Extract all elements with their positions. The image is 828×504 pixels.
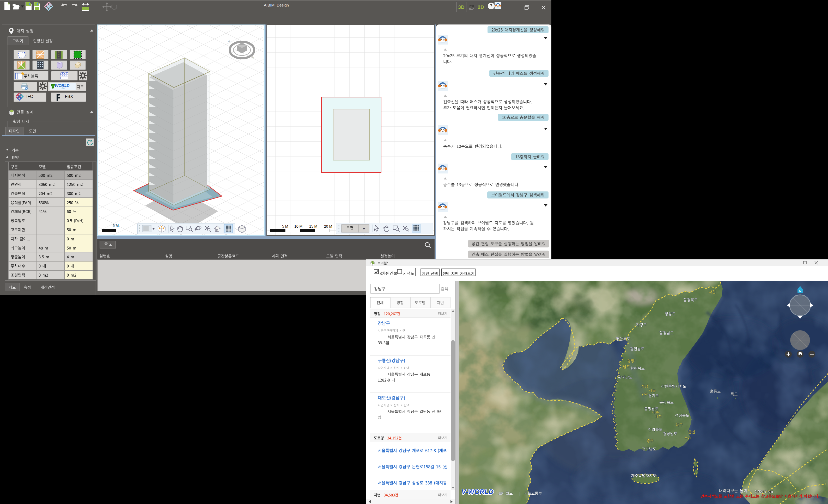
- svg-text:N: N: [227, 39, 231, 43]
- svg-text:S: S: [251, 56, 254, 59]
- svg-text:N: N: [799, 289, 801, 293]
